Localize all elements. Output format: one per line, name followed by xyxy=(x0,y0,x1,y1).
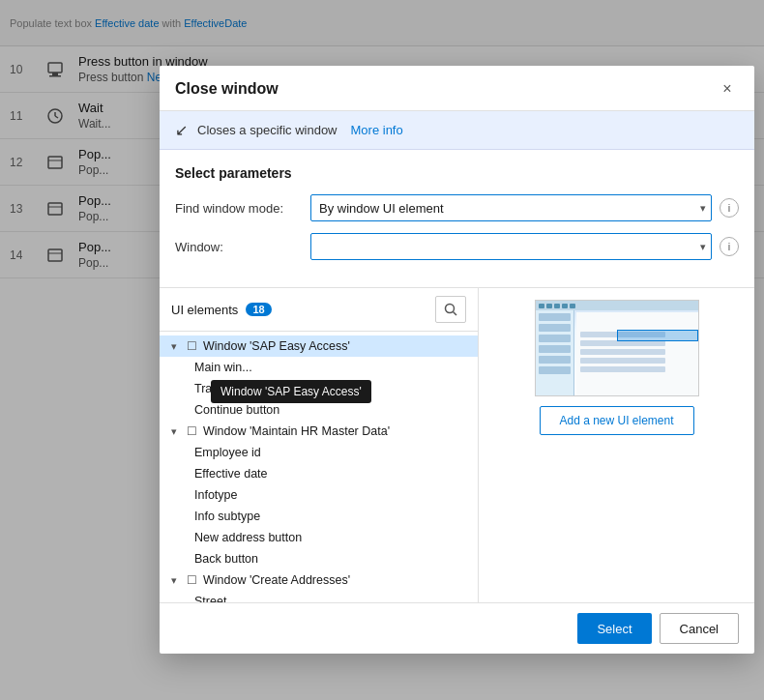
tree-item-label: Street xyxy=(194,595,226,602)
preview-inner xyxy=(536,301,698,395)
tree-item-employee-id[interactable]: Employee id xyxy=(160,442,478,463)
select-button[interactable]: Select xyxy=(577,613,651,644)
tree-item-label: Window 'SAP Easy Access' xyxy=(203,339,350,353)
tree-item-back-button[interactable]: Back button xyxy=(160,548,478,569)
close-window-dialog: Close window × ↙ Closes a specific windo… xyxy=(160,66,754,654)
find-window-mode-select[interactable]: By window UI element By title By index xyxy=(310,194,712,221)
sidebar-item-3 xyxy=(539,335,571,342)
cancel-button[interactable]: Cancel xyxy=(660,613,739,644)
expand-icon-3: ▾ xyxy=(171,574,183,587)
info-banner: ↙ Closes a specific window More info xyxy=(160,111,754,150)
svg-point-12 xyxy=(446,305,455,313)
preview-content-row-3 xyxy=(580,349,665,355)
tree-item-maintain-window[interactable]: ▾ ☐ Window 'Maintain HR Master Data' xyxy=(160,421,478,442)
preview-highlight xyxy=(617,330,698,341)
sidebar-item-6 xyxy=(539,366,571,374)
modal-footer: Select Cancel xyxy=(160,602,754,654)
tree-item-effective-date[interactable]: Effective date xyxy=(160,463,478,484)
window-tree-icon: ☐ xyxy=(187,339,197,353)
find-window-mode-select-wrapper: By window UI element By title By index ▾ xyxy=(310,194,712,221)
add-new-ui-element-button[interactable]: Add a new UI element xyxy=(540,406,694,435)
tree-item-main-win[interactable]: Main win... xyxy=(160,357,478,378)
svg-line-13 xyxy=(454,312,457,316)
tree-item-label: Window 'Create Addresses' xyxy=(203,573,350,587)
tree-item-info-subtype[interactable]: Info subtype xyxy=(160,506,478,527)
tree-item-label: Continue button xyxy=(194,403,279,417)
tree-item-label: Employee id xyxy=(194,446,261,459)
find-window-mode-control: By window UI element By title By index ▾… xyxy=(310,194,739,221)
tree-item-sap-window[interactable]: ▾ ☐ Window 'SAP Easy Access' xyxy=(160,335,478,357)
preview-content-row-4 xyxy=(580,358,665,364)
tree-item-continue-button[interactable]: Continue button xyxy=(160,399,478,421)
tree-item-label: Transacti... xyxy=(194,382,253,395)
expand-icon: ▾ xyxy=(171,340,183,353)
window-row: Window: ▾ i xyxy=(175,233,739,260)
arrow-icon: ↙ xyxy=(175,121,188,139)
modal-title: Close window xyxy=(175,80,279,98)
preview-content xyxy=(576,312,698,395)
window-tree-icon-2: ☐ xyxy=(187,424,197,438)
tree-item-create-window[interactable]: ▾ ☐ Window 'Create Addresses' xyxy=(160,569,478,591)
sidebar-item-5 xyxy=(539,356,571,364)
split-area: UI elements 18 ▾ ☐ Window 'SAP Easy Acce… xyxy=(160,287,754,602)
preview-panel: Add a new UI element xyxy=(479,288,754,602)
find-window-mode-row: Find window mode: By window UI element B… xyxy=(175,194,739,221)
toolbar-dot-5 xyxy=(570,304,575,308)
params-title: Select parameters xyxy=(175,165,739,181)
tree-item-transaction[interactable]: Transacti... xyxy=(160,378,478,399)
tree-item-label: New address button xyxy=(194,531,302,544)
tree-item-label: Effective date xyxy=(194,467,268,481)
tree-item-street[interactable]: Street xyxy=(160,591,478,602)
modal-close-button[interactable]: × xyxy=(716,77,739,101)
window-select-wrapper: ▾ xyxy=(310,233,712,260)
preview-image xyxy=(535,300,699,396)
ui-search-button[interactable] xyxy=(435,296,466,323)
window-control: ▾ i xyxy=(310,233,739,260)
preview-sidebar xyxy=(536,310,574,395)
tree-item-infotype[interactable]: Infotype xyxy=(160,484,478,506)
tree-item-label: Main win... xyxy=(194,361,252,374)
expand-icon-2: ▾ xyxy=(171,425,183,438)
find-mode-info-button[interactable]: i xyxy=(720,198,739,218)
tree-item-label: Info subtype xyxy=(194,510,260,523)
toolbar-dot-4 xyxy=(562,304,568,308)
window-label: Window: xyxy=(175,240,310,254)
sidebar-item-4 xyxy=(539,345,571,353)
modal-header: Close window × xyxy=(160,66,754,111)
toolbar-dot-3 xyxy=(554,304,560,308)
ui-elements-count: 18 xyxy=(246,303,271,316)
toolbar-dot-2 xyxy=(546,304,552,308)
ui-elements-header: UI elements 18 xyxy=(160,288,478,332)
window-info-button[interactable]: i xyxy=(720,237,739,256)
tree-item-new-address[interactable]: New address button xyxy=(160,527,478,548)
more-info-link[interactable]: More info xyxy=(351,123,403,137)
window-select[interactable] xyxy=(310,233,712,260)
params-section: Select parameters Find window mode: By w… xyxy=(160,150,754,287)
ui-elements-panel: UI elements 18 ▾ ☐ Window 'SAP Easy Acce… xyxy=(160,288,479,602)
tree-item-label: Window 'Maintain HR Master Data' xyxy=(203,424,390,438)
sidebar-item-2 xyxy=(539,324,571,332)
preview-content-row-5 xyxy=(580,366,665,372)
info-text: Closes a specific window xyxy=(197,123,338,137)
toolbar-dot-1 xyxy=(539,304,544,308)
window-tree-icon-3: ☐ xyxy=(187,573,197,587)
find-window-mode-label: Find window mode: xyxy=(175,201,310,216)
search-icon xyxy=(444,303,457,316)
ui-elements-tree: ▾ ☐ Window 'SAP Easy Access' Main win...… xyxy=(160,332,478,602)
tree-item-label: Back button xyxy=(194,552,258,566)
tree-item-label: Infotype xyxy=(194,488,237,502)
ui-elements-label: UI elements xyxy=(171,303,238,317)
sidebar-item-1 xyxy=(539,313,571,321)
preview-toolbar xyxy=(536,301,698,310)
